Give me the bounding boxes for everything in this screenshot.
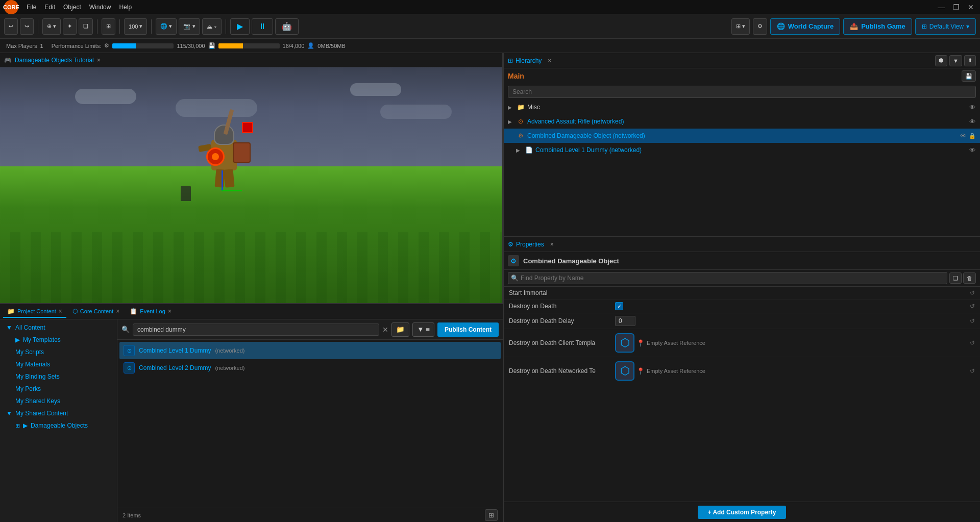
event-log-tab[interactable]: 📋 Event Log × — [126, 306, 176, 318]
default-view-button[interactable]: ⊞ Default View ▾ — [915, 18, 976, 35]
networked-template-location-icon[interactable]: 📍 — [636, 367, 645, 375]
win-close[interactable]: ✕ — [966, 3, 976, 11]
core-content-tab[interactable]: ⬡ Core Content × — [68, 306, 124, 318]
menu-window[interactable]: Window — [89, 4, 111, 11]
cloud-3 — [350, 83, 401, 96]
hierarchy-search-input[interactable] — [508, 86, 976, 98]
project-content-tab[interactable]: 📁 Project Content × — [3, 306, 66, 318]
destroy-delay-reset[interactable]: ↺ — [970, 317, 975, 325]
hierarchy-close-button[interactable]: × — [548, 57, 551, 64]
sidebar-item-my-shared-keys[interactable]: My Shared Keys — [0, 395, 117, 407]
menu-edit[interactable]: Edit — [44, 4, 55, 11]
sidebar-item-my-scripts[interactable]: My Scripts — [0, 346, 117, 358]
destroy-on-death-reset[interactable]: ↺ — [970, 303, 975, 310]
hierarchy-header: Main 💾 — [504, 68, 980, 84]
item-name-0: Combined Level 1 Dummy — [139, 347, 211, 354]
properties-search-input[interactable] — [508, 272, 947, 284]
menu-object[interactable]: Object — [63, 4, 81, 11]
hierarchy-add-button[interactable]: ⬢ — [935, 55, 947, 66]
hierarchy-item-rifle[interactable]: ▶ ⊙ Advanced Assault Rifle (networked) 👁 — [504, 114, 980, 129]
robot-button[interactable]: 🤖 — [275, 18, 299, 35]
win-maximize[interactable]: ❐ — [951, 3, 962, 11]
sidebar-item-all-content[interactable]: ▼ All Content — [0, 321, 117, 334]
prop-row-networked-template: Destroy on Death Networked Te ⬡ 📍 Empty … — [504, 357, 980, 385]
core-content-close[interactable]: × — [116, 308, 119, 315]
hierarchy-save-button[interactable]: 💾 — [962, 70, 976, 82]
networked-template-label: Destroy on Death Networked Te — [509, 367, 611, 375]
sidebar-item-my-binding-sets[interactable]: My Binding Sets — [0, 370, 117, 383]
properties-close-button[interactable]: × — [550, 241, 554, 248]
copy-button[interactable]: ❑ — [79, 18, 93, 35]
filter-button[interactable]: ▼ ≡ — [412, 322, 434, 337]
globe-button[interactable]: 🌐 ▾ — [156, 18, 177, 35]
client-template-icon[interactable]: ⬡ — [615, 333, 634, 353]
sidebar-item-damageable-objects[interactable]: ⊞ ▶ Damageable Objects — [0, 419, 117, 432]
networked-template-reset[interactable]: ↺ — [970, 367, 975, 375]
menu-help[interactable]: Help — [119, 4, 132, 11]
networked-template-asset: ⬡ 📍 Empty Asset Reference — [615, 361, 705, 381]
misc-eye-icon[interactable]: 👁 — [969, 104, 976, 111]
event-log-close[interactable]: × — [168, 308, 172, 315]
publish-content-button[interactable]: Publish Content — [437, 322, 499, 337]
props-delete-button[interactable]: 🗑 — [963, 272, 976, 284]
damageable-objects-icon: ⊞ — [15, 422, 20, 429]
properties-object-icon: ⚙ — [508, 255, 519, 266]
camera-button[interactable]: 📷 ▾ — [179, 18, 200, 35]
client-template-location-icon[interactable]: 📍 — [636, 339, 645, 347]
props-search-icon: 🔍 — [511, 275, 519, 282]
damageable-eye-icon[interactable]: 👁 — [960, 132, 967, 140]
win-minimize[interactable]: — — [936, 3, 947, 11]
publish-game-button[interactable]: 📤 Publish Game — [843, 18, 912, 35]
menu-file[interactable]: File — [27, 4, 36, 11]
world-capture-icon: 🌐 — [777, 22, 785, 30]
project-content-close[interactable]: × — [59, 308, 62, 315]
sidebar-item-my-templates[interactable]: ▶ My Templates — [0, 334, 117, 346]
add-custom-property-button[interactable]: + Add Custom Property — [698, 506, 787, 519]
search-clear-button[interactable]: ✕ — [382, 326, 388, 334]
hierarchy-item-misc[interactable]: ▶ 📁 Misc 👁 — [504, 100, 980, 114]
viewport-close-button[interactable]: × — [97, 57, 101, 64]
sidebar-item-my-materials[interactable]: My Materials — [0, 358, 117, 370]
viewport-scene[interactable] — [0, 67, 502, 303]
properties-label: Properties — [516, 241, 544, 248]
networked-template-icon[interactable]: ⬡ — [615, 361, 634, 381]
pause-button[interactable]: ⏸ — [252, 18, 273, 35]
item-count: 2 Items — [122, 512, 141, 518]
hierarchy-item-dummy[interactable]: ▶ 📄 Combined Level 1 Dummy (networked) 👁 — [504, 143, 980, 157]
transform-button[interactable]: ✦ — [63, 18, 77, 35]
client-template-reset[interactable]: ↺ — [970, 339, 975, 346]
hierarchy-item-damageable[interactable]: ⚙ Combined Damageable Object (networked)… — [504, 129, 980, 143]
world-capture-button[interactable]: 🌐 World Capture — [770, 18, 840, 35]
all-content-label: All Content — [15, 324, 45, 331]
list-item[interactable]: ⊙ Combined Level 1 Dummy (networked) — [119, 342, 501, 359]
storage-value: 0MB/50MB — [317, 43, 345, 49]
folder-view-button[interactable]: 📁 — [391, 322, 409, 337]
hierarchy-filter-button[interactable]: ▼ — [949, 55, 962, 66]
start-immortal-reset[interactable]: ↺ — [970, 289, 975, 296]
play-button[interactable]: ▶ — [230, 18, 250, 35]
props-copy-button[interactable]: ❑ — [949, 272, 962, 284]
redo-button[interactable]: ↪ — [20, 18, 34, 35]
hierarchy-title: ⊞ Hierarchy — [508, 57, 542, 64]
hierarchy-upload-button[interactable]: ⬆ — [964, 55, 976, 66]
content-search-input[interactable] — [133, 324, 379, 336]
zoom-button[interactable]: 100 ▾ — [124, 18, 147, 35]
undo-button[interactable]: ↩ — [4, 18, 18, 35]
list-item[interactable]: ⊙ Combined Level 2 Dummy (networked) — [119, 359, 501, 377]
settings-button[interactable]: ⚙ — [753, 18, 767, 35]
grid-view-button[interactable]: ⊞ — [485, 509, 498, 521]
networked-template-text: Empty Asset Reference — [647, 368, 705, 374]
destroy-on-death-checkbox[interactable]: ✓ — [615, 302, 623, 310]
select-mode-button[interactable]: ⊕ ▾ — [42, 18, 61, 35]
sidebar-item-my-shared-content[interactable]: ▼ My Shared Content — [0, 407, 117, 419]
hierarchy-header-actions: 💾 — [962, 70, 976, 82]
destroy-delay-value[interactable]: 0 — [615, 316, 635, 326]
rifle-eye-icon[interactable]: 👁 — [969, 118, 976, 126]
sidebar-item-my-perks[interactable]: My Perks — [0, 383, 117, 395]
damageable-lock-icon: 🔒 — [969, 133, 976, 139]
view-mode-button[interactable]: ⊞ ▾ — [731, 18, 750, 35]
dummy-eye-icon[interactable]: 👁 — [969, 146, 976, 154]
perf-limits-label: Performance Limits: — [52, 43, 102, 49]
grid-button[interactable]: ⊞ — [102, 18, 115, 35]
terrain-button[interactable]: ⛰ ▾ — [202, 18, 222, 35]
